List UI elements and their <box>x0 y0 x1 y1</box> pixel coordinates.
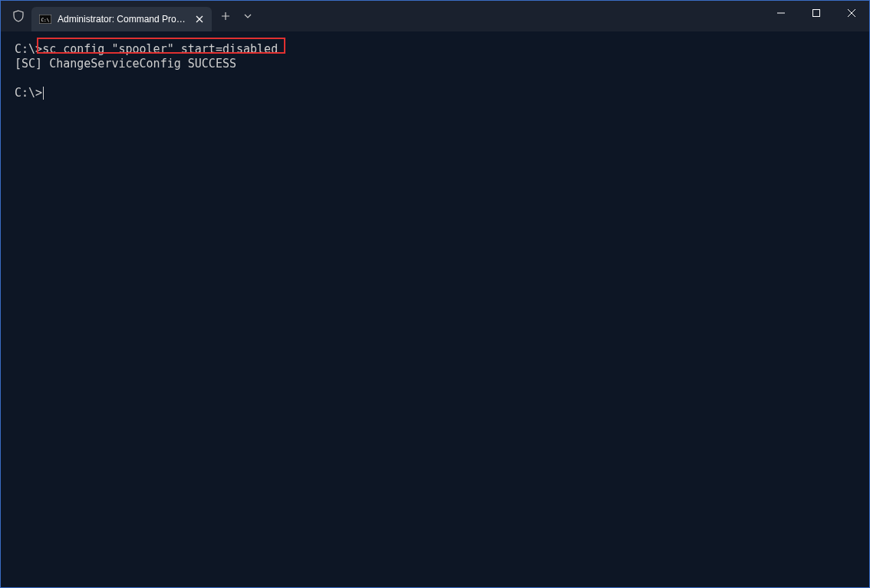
tab-close-button[interactable] <box>193 13 206 25</box>
command-text: sc config "spooler" start=disabled <box>42 42 278 56</box>
titlebar-left: C:\ Administrator: Command Prompt <box>1 1 258 31</box>
prompt: C:\> <box>15 42 42 56</box>
terminal-line-1: C:\>sc config "spooler" start=disabled <box>15 42 855 57</box>
terminal-line-2: [SC] ChangeServiceConfig SUCCESS <box>15 57 855 71</box>
window-controls <box>763 1 869 31</box>
titlebar[interactable]: C:\ Administrator: Command Prompt <box>1 1 869 31</box>
terminal-window: C:\ Administrator: Command Prompt <box>0 0 870 588</box>
svg-rect-2 <box>813 10 820 17</box>
terminal-body[interactable]: C:\>sc config "spooler" start=disabled [… <box>1 31 869 587</box>
close-window-button[interactable] <box>834 1 869 25</box>
svg-text:C:\: C:\ <box>41 17 50 22</box>
text-cursor <box>43 87 44 100</box>
terminal-line-3: C:\> <box>15 86 855 100</box>
new-tab-button[interactable] <box>213 4 238 28</box>
tab-title: Administrator: Command Prompt <box>58 14 187 25</box>
tab-dropdown-button[interactable] <box>238 4 258 28</box>
tab-actions <box>213 1 258 31</box>
terminal-blank-line <box>15 71 855 86</box>
minimize-button[interactable] <box>763 1 799 25</box>
cmd-icon: C:\ <box>39 13 51 25</box>
tab-cmd[interactable]: C:\ Administrator: Command Prompt <box>31 7 212 31</box>
shield-icon <box>12 9 25 23</box>
prompt: C:\> <box>15 86 42 100</box>
maximize-button[interactable] <box>799 1 834 25</box>
